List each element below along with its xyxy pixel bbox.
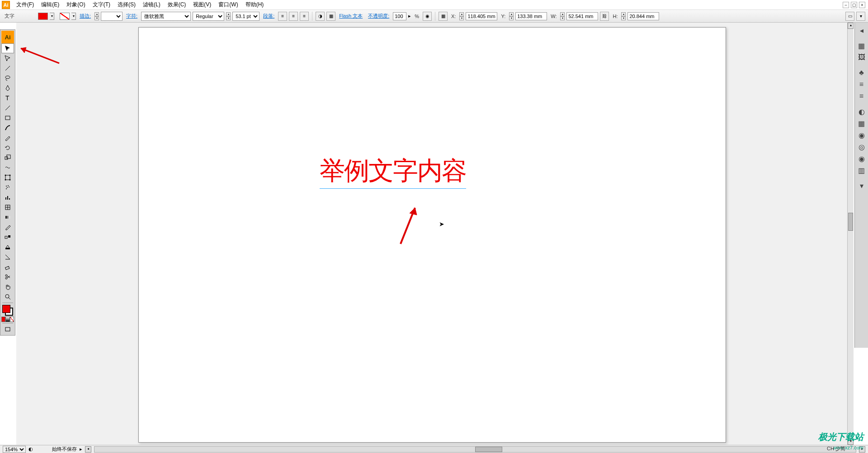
menu-window[interactable]: 窗口(W) <box>215 1 241 9</box>
scroll-left-button[interactable]: ◂ <box>85 446 91 453</box>
rectangle-tool[interactable] <box>1 113 14 123</box>
gradient-tool[interactable] <box>1 212 14 222</box>
blend-tool[interactable] <box>1 232 14 242</box>
color-mode-row[interactable] <box>1 317 14 322</box>
warp-tool[interactable] <box>1 163 14 173</box>
transparency-panel-icon[interactable]: ◉ <box>856 130 867 140</box>
lasso-tool[interactable] <box>1 73 14 83</box>
controlbar-menu-button[interactable]: ▾ <box>856 12 865 21</box>
w-spinner[interactable]: ▴▾ <box>560 12 565 20</box>
eyedropper-tool[interactable] <box>1 222 14 232</box>
fill-swatch[interactable] <box>38 13 48 20</box>
stroke-panel-icon[interactable]: ◐ <box>856 107 867 117</box>
close-button[interactable]: × <box>859 2 865 8</box>
x-spinner[interactable]: ▴▾ <box>459 12 464 20</box>
fill-stroke-control[interactable] <box>1 304 14 317</box>
artboard-nav-icon[interactable]: ◐ <box>28 446 33 452</box>
selection-tool[interactable] <box>1 43 14 53</box>
brushes-panel-icon[interactable]: ≡ <box>856 79 867 89</box>
stroke-label-link[interactable]: 描边: <box>78 13 93 19</box>
symbol-sprayer-tool[interactable] <box>1 182 14 192</box>
zoom-tool[interactable] <box>1 292 14 302</box>
stroke-weight-select[interactable] <box>101 12 123 21</box>
align-right-button[interactable]: ≡ <box>300 12 309 21</box>
screen-mode-tool[interactable] <box>1 324 14 334</box>
color-panel-icon[interactable]: 🖼 <box>856 52 867 62</box>
hscroll-thumb[interactable] <box>475 447 502 452</box>
character-label-link[interactable]: 字符: <box>124 13 139 19</box>
symbols-panel-icon[interactable]: ≡ <box>856 91 867 101</box>
menu-view[interactable]: 视图(V) <box>189 1 215 9</box>
appearance-panel-icon[interactable]: ◎ <box>856 142 867 152</box>
align-center-button[interactable]: ≡ <box>289 12 298 21</box>
canvas-area[interactable]: 举例文字内容 ➤ <box>16 23 854 445</box>
w-input[interactable] <box>566 12 598 20</box>
type-tool[interactable]: T <box>1 93 14 103</box>
status-menu-icon[interactable]: ▸ <box>80 446 82 452</box>
vertical-scrollbar[interactable]: ▴ ▾ <box>847 23 854 445</box>
menu-type[interactable]: 文字(T) <box>89 1 114 9</box>
h-input[interactable] <box>627 12 659 20</box>
flash-text-link[interactable]: Flash 文本 <box>337 13 364 19</box>
pen-tool[interactable] <box>1 83 14 93</box>
font-size-spinner[interactable]: ▴▾ <box>226 12 231 20</box>
panel-collapse-icon[interactable]: ◂ <box>856 25 867 35</box>
pencil-tool[interactable] <box>1 133 14 143</box>
x-input[interactable] <box>466 12 497 20</box>
horizontal-scrollbar[interactable] <box>94 446 856 453</box>
hand-tool[interactable] <box>1 282 14 292</box>
rotate-tool[interactable] <box>1 143 14 153</box>
stroke-swatch[interactable] <box>60 13 70 20</box>
zoom-select[interactable]: 154% <box>3 446 26 453</box>
menu-object[interactable]: 对象(O) <box>63 1 89 9</box>
gradient-panel-icon[interactable]: ▦ <box>856 118 867 128</box>
live-paint-tool[interactable] <box>1 242 14 252</box>
fill-dropdown[interactable]: ▾ <box>50 13 54 20</box>
slice-tool[interactable] <box>1 252 14 262</box>
transform-anchor-button[interactable]: ▦ <box>439 12 448 21</box>
recolor-button[interactable]: ◉ <box>423 12 432 21</box>
graph-tool[interactable] <box>1 192 14 202</box>
menu-file[interactable]: 文件(F) <box>13 1 38 9</box>
more-panel-icon[interactable]: ▾ <box>856 181 867 191</box>
eraser-tool[interactable] <box>1 262 14 272</box>
opacity-label-link[interactable]: 不透明度: <box>366 13 391 19</box>
mesh-tool[interactable] <box>1 202 14 212</box>
stroke-spinner[interactable]: ▴▾ <box>94 12 99 20</box>
line-tool[interactable] <box>1 103 14 113</box>
menu-filter[interactable]: 滤镜(L) <box>139 1 164 9</box>
maximize-button[interactable]: ▢ <box>851 2 857 8</box>
font-size-select[interactable]: 53.1 pt <box>232 12 259 21</box>
graphic-styles-panel-icon[interactable]: ◉ <box>856 154 867 163</box>
font-style-select[interactable]: Regular <box>193 12 224 21</box>
tools-panel-icon[interactable]: ▦ <box>856 41 867 51</box>
magic-wand-tool[interactable] <box>1 63 14 73</box>
menu-effect[interactable]: 效果(C) <box>164 1 190 9</box>
font-family-select[interactable]: 微软雅黑 <box>141 12 191 21</box>
envelope-button[interactable]: ▦ <box>326 12 335 21</box>
menu-select[interactable]: 选择(S) <box>114 1 139 9</box>
scale-tool[interactable] <box>1 153 14 163</box>
h-spinner[interactable]: ▴▾ <box>621 12 626 20</box>
screen-mode-button[interactable]: ▭ <box>845 12 854 21</box>
y-input[interactable] <box>515 12 547 20</box>
fill-color-icon[interactable] <box>2 305 10 313</box>
align-left-button[interactable]: ≡ <box>278 12 287 21</box>
scissors-tool[interactable] <box>1 272 14 282</box>
menu-edit[interactable]: 编辑(E) <box>38 1 63 9</box>
layers-panel-icon[interactable]: ▥ <box>856 165 867 175</box>
free-transform-tool[interactable] <box>1 173 14 182</box>
scroll-up-button[interactable]: ▴ <box>848 23 854 29</box>
opacity-input[interactable] <box>393 12 406 20</box>
paintbrush-tool[interactable] <box>1 123 14 133</box>
vscroll-thumb[interactable] <box>848 213 853 231</box>
stroke-dropdown[interactable]: ▾ <box>71 13 76 20</box>
warp-button[interactable]: ◑ <box>316 12 325 21</box>
paragraph-label-link[interactable]: 段落: <box>261 13 276 19</box>
menu-help[interactable]: 帮助(H) <box>242 1 268 9</box>
link-wh-button[interactable]: ⛓ <box>600 12 609 21</box>
direct-selection-tool[interactable] <box>1 53 14 63</box>
sample-text-object[interactable]: 举例文字内容 <box>320 154 466 189</box>
minimize-button[interactable]: – <box>843 2 849 8</box>
y-spinner[interactable]: ▴▾ <box>509 12 514 20</box>
